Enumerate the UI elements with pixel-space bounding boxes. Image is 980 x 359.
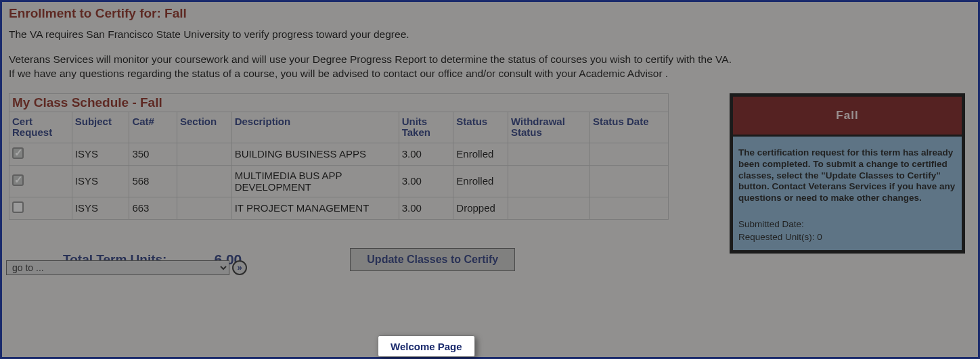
cell-description: IT PROJECT MANAGEMENT [231, 197, 399, 219]
cell-cat: 568 [129, 165, 177, 197]
cell-units: 3.00 [399, 143, 453, 165]
schedule-title: My Class Schedule - Fall [9, 93, 669, 112]
cert-request-checkbox[interactable] [12, 201, 24, 213]
goto-select[interactable]: go to ... [6, 260, 229, 275]
requested-units-value: 0 [817, 232, 822, 242]
enrollment-certify-panel: Enrollment to Certify for: Fall The VA r… [0, 0, 980, 359]
cell-status: Dropped [453, 197, 508, 219]
cell-subject: ISYS [72, 197, 129, 219]
cell-cat: 350 [129, 143, 177, 165]
cert-request-cell [9, 165, 72, 197]
cell-subject: ISYS [72, 143, 129, 165]
cell-status-date [589, 143, 668, 165]
class-schedule-table: Cert Request Subject Cat# Section Descri… [9, 112, 669, 220]
cell-section [177, 143, 232, 165]
col-cat: Cat# [129, 112, 177, 143]
cell-status: Enrolled [453, 143, 508, 165]
term-status-header: Fall [733, 97, 962, 135]
cert-request-cell [9, 143, 72, 165]
intro-line-2: Veterans Services will monitor your cour… [9, 53, 971, 67]
page-heading: Enrollment to Certify for: Fall [9, 6, 971, 21]
col-status-date: Status Date [589, 112, 668, 143]
cell-description: MULTIMEDIA BUS APP DEVELOPMENT [231, 165, 399, 197]
intro-line-1: The VA requires San Francisco State Univ… [9, 28, 971, 42]
term-status-panel: Fall The certification request for this … [730, 93, 965, 254]
cell-description: BUILDING BUSINESS APPS [231, 143, 399, 165]
cell-section [177, 197, 232, 219]
col-subject: Subject [72, 112, 129, 143]
table-row: ISYS663IT PROJECT MANAGEMENT3.00Dropped [9, 197, 669, 219]
requested-units-label: Requested Unit(s): [738, 232, 815, 242]
cell-withdrawal [508, 165, 590, 197]
col-status: Status [453, 112, 508, 143]
table-row: ISYS568MULTIMEDIA BUS APP DEVELOPMENT3.0… [9, 165, 669, 197]
cert-request-checkbox[interactable] [12, 174, 24, 186]
col-section: Section [177, 112, 232, 143]
cert-request-checkbox[interactable] [12, 147, 24, 159]
cell-status: Enrolled [453, 165, 508, 197]
requested-units-row: Requested Unit(s): 0 [738, 232, 956, 243]
col-units: Units Taken [399, 112, 453, 143]
cell-withdrawal [508, 143, 590, 165]
cell-section [177, 165, 232, 197]
welcome-page-button[interactable]: Welcome Page [378, 335, 475, 357]
col-description: Description [231, 112, 399, 143]
intro-text: The VA requires San Francisco State Univ… [9, 28, 971, 81]
cell-subject: ISYS [72, 165, 129, 197]
cell-withdrawal [508, 197, 590, 219]
cell-status-date [589, 197, 668, 219]
term-status-message: The certification request for this term … [738, 147, 956, 204]
cell-status-date [589, 165, 668, 197]
col-cert-request: Cert Request [9, 112, 72, 143]
col-withdrawal: Withdrawal Status [508, 112, 590, 143]
cell-units: 3.00 [399, 165, 453, 197]
submitted-date-label: Submitted Date: [738, 219, 804, 229]
cell-units: 3.00 [399, 197, 453, 219]
cert-request-cell [9, 197, 72, 219]
table-row: ISYS350BUILDING BUSINESS APPS3.00Enrolle… [9, 143, 669, 165]
submitted-date-row: Submitted Date: [738, 219, 956, 231]
intro-line-3: If we have any questions regarding the s… [9, 67, 971, 81]
cell-cat: 663 [129, 197, 177, 219]
goto-go-icon[interactable]: » [232, 260, 247, 275]
